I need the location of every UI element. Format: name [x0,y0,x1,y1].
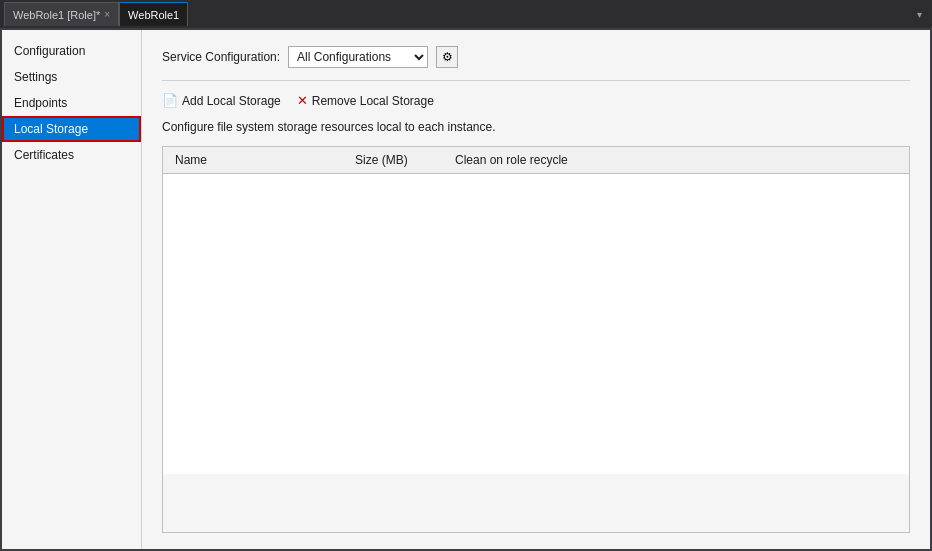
remove-local-storage-button[interactable]: ✕ Remove Local Storage [297,93,434,108]
col-clean: Clean on role recycle [451,151,901,169]
title-bar: WebRole1 [Role]* × WebRole1 ▾ [0,0,932,28]
table-header: Name Size (MB) Clean on role recycle [163,147,909,174]
col-size: Size (MB) [351,151,451,169]
add-local-storage-label: Add Local Storage [182,94,281,108]
tab-webrole1-role[interactable]: WebRole1 [Role]* × [4,2,119,26]
remove-local-storage-label: Remove Local Storage [312,94,434,108]
description-text: Configure file system storage resources … [162,120,910,134]
title-bar-dropdown-icon[interactable]: ▾ [911,9,928,20]
local-storage-table: Name Size (MB) Clean on role recycle [162,146,910,533]
sidebar-item-certificates[interactable]: Certificates [2,142,141,168]
sidebar-item-local-storage[interactable]: Local Storage [2,116,141,142]
service-config-row: Service Configuration: All Configuration… [162,46,910,81]
service-config-select[interactable]: All Configurations Cloud Local [288,46,428,68]
tab-label: WebRole1 [Role]* [13,9,100,21]
toolbar: 📄 Add Local Storage ✕ Remove Local Stora… [162,93,910,108]
sidebar-item-configuration[interactable]: Configuration [2,38,141,64]
sidebar-item-endpoints[interactable]: Endpoints [2,90,141,116]
app-window: WebRole1 [Role]* × WebRole1 ▾ Configurat… [0,0,932,551]
table-body [163,174,909,474]
sidebar: Configuration Settings Endpoints Local S… [2,30,142,549]
tab-label-active: WebRole1 [128,9,179,21]
tab-close-icon[interactable]: × [104,9,110,20]
content-panel: Service Configuration: All Configuration… [142,30,930,549]
manage-config-icon: ⚙ [442,50,453,64]
tab-webrole1[interactable]: WebRole1 [119,2,188,26]
service-config-action-button[interactable]: ⚙ [436,46,458,68]
add-icon: 📄 [162,93,178,108]
col-name: Name [171,151,351,169]
service-config-label: Service Configuration: [162,50,280,64]
remove-icon: ✕ [297,93,308,108]
sidebar-item-settings[interactable]: Settings [2,64,141,90]
add-local-storage-button[interactable]: 📄 Add Local Storage [162,93,281,108]
editor-area: Configuration Settings Endpoints Local S… [0,28,932,551]
